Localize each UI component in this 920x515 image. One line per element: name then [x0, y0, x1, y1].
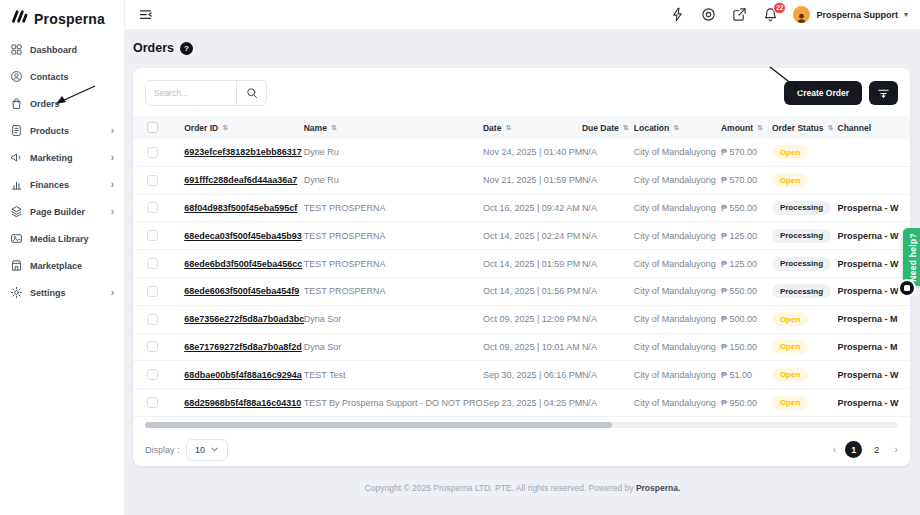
- settings-icon: [10, 286, 23, 299]
- search-icon[interactable]: [236, 81, 266, 105]
- prev-page-button[interactable]: ‹: [833, 444, 837, 455]
- row-checkbox[interactable]: [147, 202, 158, 213]
- column-header-order_id: Order ID⇅: [184, 123, 304, 133]
- cell-date: Sep 23, 2025 | 04:25 PM: [483, 398, 582, 408]
- filter-button[interactable]: [869, 81, 898, 105]
- row-checkbox[interactable]: [147, 314, 158, 325]
- cell-channel: Prosperna - M: [838, 314, 910, 324]
- sidebar-item-products[interactable]: Products ›: [0, 117, 124, 144]
- row-checkbox[interactable]: [147, 369, 158, 380]
- cell-order-id: 68ede6063f500f45eba454f9: [184, 286, 304, 296]
- row-checkbox[interactable]: [147, 341, 158, 352]
- order-id-link[interactable]: 68edeca03f500f45eba45b93: [184, 231, 302, 241]
- cell-amount: ₱ 150.00: [721, 342, 772, 352]
- cell-order-status: Open: [772, 312, 838, 326]
- search-input[interactable]: [146, 81, 236, 105]
- notifications-bell-icon[interactable]: 22: [762, 7, 778, 23]
- sidebar-item-media-library[interactable]: Media Library: [0, 225, 124, 252]
- order-id-link[interactable]: 68e71769272f5d8a7b0a8f2d: [184, 342, 302, 352]
- chat-widget-button[interactable]: [898, 279, 916, 297]
- sidebar-item-marketplace[interactable]: Marketplace: [0, 252, 124, 279]
- cell-date: Sep 30, 2025 | 06:16 PM: [483, 370, 582, 380]
- row-select-cell: [133, 286, 184, 297]
- sort-icon[interactable]: ⇅: [673, 124, 679, 132]
- disc-icon[interactable]: [700, 7, 716, 23]
- row-checkbox[interactable]: [147, 147, 158, 158]
- row-checkbox[interactable]: [147, 230, 158, 241]
- status-badge: Processing: [772, 257, 831, 271]
- create-order-button[interactable]: Create Order: [784, 81, 862, 105]
- topbar: 22 Prosperna Support ▾: [125, 0, 920, 30]
- cell-date: Oct 14, 2025 | 01:59 PM: [483, 259, 582, 269]
- display-label: Display :: [145, 445, 180, 455]
- help-icon[interactable]: ?: [180, 42, 193, 55]
- sidebar-item-page-builder[interactable]: Page Builder ›: [0, 198, 124, 225]
- need-help-tab[interactable]: Need help?: [903, 228, 920, 286]
- sort-icon[interactable]: ⇅: [505, 124, 511, 132]
- chevron-down-icon: ▾: [904, 10, 908, 19]
- marketplace-icon: [10, 259, 23, 272]
- column-header-channel: Channel: [838, 123, 910, 133]
- order-id-link[interactable]: 6923efcef38182b1ebb86317: [184, 147, 302, 157]
- order-id-link[interactable]: 68dbae00b5f4f88a16c9294a: [184, 370, 302, 380]
- next-page-button[interactable]: ›: [894, 444, 898, 455]
- sidebar-item-marketing[interactable]: Marketing ›: [0, 144, 124, 171]
- status-badge: Processing: [772, 229, 831, 243]
- pagination: ‹ 12 ›: [833, 441, 898, 458]
- row-checkbox[interactable]: [147, 258, 158, 269]
- sort-icon[interactable]: ⇅: [827, 124, 833, 132]
- horizontal-scrollbar: [145, 422, 898, 428]
- cell-order-status: Open: [772, 340, 838, 354]
- sidebar-item-orders[interactable]: Orders: [0, 90, 124, 117]
- orders-card: Create Order Order ID⇅Name⇅Date⇅Due Date…: [133, 68, 910, 466]
- cell-date: Nov 24, 2025 | 01:40 PM: [483, 147, 582, 157]
- cell-name: Dyna Sor: [304, 314, 483, 324]
- external-link-icon[interactable]: [731, 7, 747, 23]
- select-all-checkbox[interactable]: [147, 122, 158, 133]
- sort-icon[interactable]: ⇅: [331, 124, 337, 132]
- sort-icon[interactable]: ⇅: [757, 124, 763, 132]
- orders-page: Prosperna Dashboard Contacts Orders Prod…: [0, 0, 920, 515]
- order-id-link[interactable]: 68f04d983f500f45eba595cf: [184, 203, 297, 213]
- brand-name: Prosperna: [34, 11, 105, 27]
- brand-logo[interactable]: Prosperna: [0, 0, 124, 36]
- row-select-cell: [133, 202, 184, 213]
- table-row: 68edeca03f500f45eba45b93TEST PROSPERNAOc…: [133, 222, 910, 250]
- order-id-link[interactable]: 68ede6bd3f500f45eba456cc: [184, 259, 302, 269]
- sidebar-item-contacts[interactable]: Contacts: [0, 63, 124, 90]
- sidebar-item-finances[interactable]: Finances ›: [0, 171, 124, 198]
- page-button-2[interactable]: 2: [868, 441, 885, 458]
- sidebar-item-settings[interactable]: Settings ›: [0, 279, 124, 306]
- order-id-link[interactable]: 68d25968b5f4f88a16c04310: [184, 398, 301, 408]
- sidebar-collapse-icon[interactable]: [137, 7, 153, 23]
- cell-order-status: Processing: [772, 257, 838, 271]
- page-size-select[interactable]: 10: [186, 439, 228, 461]
- row-checkbox[interactable]: [147, 175, 158, 186]
- user-menu[interactable]: Prosperna Support ▾: [793, 6, 908, 23]
- page-button-1[interactable]: 1: [845, 441, 862, 458]
- row-checkbox[interactable]: [147, 397, 158, 408]
- row-select-cell: [133, 147, 184, 158]
- order-id-link[interactable]: 68e7356e272f5d8a7b0ad3bc: [184, 314, 304, 324]
- quick-actions-icon[interactable]: [669, 7, 685, 23]
- order-id-link[interactable]: 691fffc288deaf6d44aa36a7: [184, 175, 297, 185]
- order-id-link[interactable]: 68ede6063f500f45eba454f9: [184, 286, 299, 296]
- column-header-name: Name⇅: [304, 123, 483, 133]
- sidebar-item-dashboard[interactable]: Dashboard: [0, 36, 124, 63]
- cell-location: City of Mandaluyong: [634, 370, 721, 380]
- cell-due-date: N/A: [582, 342, 634, 352]
- cell-amount: ₱ 950.00: [721, 398, 772, 408]
- scrollbar-thumb[interactable]: [145, 422, 612, 428]
- sort-icon[interactable]: ⇅: [623, 124, 629, 132]
- sort-icon[interactable]: ⇅: [222, 124, 228, 132]
- cell-channel: Prosperna - W: [838, 370, 910, 380]
- cell-order-id: 68edeca03f500f45eba45b93: [184, 231, 304, 241]
- status-badge: Open: [772, 145, 808, 159]
- cell-location: City of Mandaluyong: [634, 314, 721, 324]
- table-row: 68e7356e272f5d8a7b0ad3bcDyna SorOct 09, …: [133, 306, 910, 334]
- cell-location: City of Mandaluyong: [634, 203, 721, 213]
- row-checkbox[interactable]: [147, 286, 158, 297]
- cell-amount: ₱ 125.00: [721, 231, 772, 241]
- user-name: Prosperna Support: [816, 10, 898, 20]
- column-header-date: Date⇅: [483, 123, 582, 133]
